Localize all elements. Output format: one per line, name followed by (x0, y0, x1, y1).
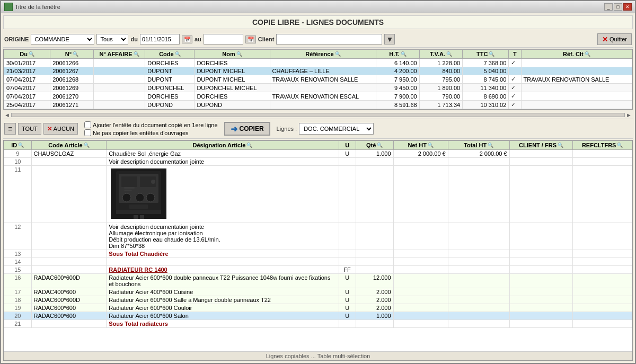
cell-totalht (448, 288, 509, 296)
cell-client (509, 158, 573, 166)
scroll-left-icon[interactable]: ◄ (4, 112, 10, 118)
cell-code: DUPONCHEL (145, 84, 195, 92)
refcltfrs-search-icon[interactable]: 🔍 (617, 143, 623, 148)
list-item[interactable]: 17 RADAC400*600 Radiateur Acier 400*600 … (4, 288, 632, 296)
product-image-cell (109, 166, 336, 222)
cell-ref: TRAVAUX RENOVATION ESCAL (270, 92, 376, 101)
cell-num: 20061271 (50, 101, 93, 109)
cell-tva: 1 890.00 (419, 84, 462, 92)
cell-client (509, 312, 573, 320)
doc-type-select[interactable]: DOC. COMMERCIAL DEVIS FACTURE BON DE COM… (299, 123, 374, 135)
cell-qte (356, 223, 393, 250)
desig-search-icon[interactable]: 🔍 (246, 143, 252, 148)
cell-refcltfrs (573, 223, 632, 250)
tout-button[interactable]: TOUT (18, 123, 41, 135)
cell-du: 21/03/2017 (4, 67, 50, 75)
th-affaire: N° AFFAIRE 🔍 (93, 50, 145, 59)
entete-checkbox[interactable] (84, 121, 91, 128)
cell-code: DUPOND (145, 101, 195, 109)
origine-select[interactable]: COMMANDE (31, 34, 94, 45)
lignes-label: Lignes : (277, 126, 297, 132)
cell-code-art (31, 158, 107, 166)
copier-button[interactable]: ➜ COPIER (224, 122, 270, 136)
tva-search-icon[interactable]: 🔍 (446, 51, 452, 57)
list-item[interactable]: 19 RADAC600*600 Radiateur Acier 600*600 … (4, 304, 632, 312)
cell-affaire (93, 92, 145, 101)
list-item[interactable]: 11 (4, 166, 632, 223)
entetes-ouvrages-checkbox[interactable] (84, 129, 91, 136)
client-search-button[interactable]: ▼ (384, 34, 395, 45)
list-item[interactable]: 21 Sous Total radiateurs (4, 320, 632, 328)
title-bar: Titre de la fenêtre _ □ ✕ (1, 1, 635, 13)
affaire-search-icon[interactable]: 🔍 (134, 51, 139, 57)
cell-code-art (31, 250, 107, 258)
table-row[interactable]: 21/03/2017 20061267 DUPONT DUPONT MICHEL… (4, 67, 632, 75)
cell-refcltfrs (573, 150, 632, 158)
quitter-x-icon: ✕ (602, 35, 608, 43)
cell-affaire (93, 101, 145, 109)
cell-tva: 1 713.34 (419, 101, 462, 109)
list-item[interactable]: 20 RADAC600*600 Radiateur Acier 600*600 … (4, 312, 632, 320)
list-item[interactable]: 16 RADAC600*600D Radiateur Acier 600*600… (4, 274, 632, 288)
list-item[interactable]: 15 RADIATEUR RC 1400 FF (4, 266, 632, 274)
cell-totalht (448, 166, 509, 223)
scroll-right-icon[interactable]: ► (626, 112, 632, 118)
radiateur-title-label: RADIATEUR RC 1400 (109, 267, 167, 273)
totalht-search-icon[interactable]: 🔍 (488, 143, 493, 148)
list-item[interactable]: 10 Voir description documentation jointe (4, 158, 632, 166)
desig-text: Radiateur Acier 600*600 Salle à Manger d… (109, 297, 271, 303)
aucun-button[interactable]: ✕ AUCUN (43, 123, 78, 135)
list-item[interactable]: 13 Sous Total Chaudière (4, 250, 632, 258)
du-search-icon[interactable]: 🔍 (29, 51, 34, 57)
menu-button[interactable]: ≡ (4, 123, 16, 135)
cell-qte: 1.000 (356, 312, 393, 320)
calendar-icon[interactable]: 📅 (182, 35, 192, 43)
date-from-input[interactable] (140, 34, 180, 45)
cell-refcltfrs (573, 296, 632, 304)
num-search-icon[interactable]: 🔍 (73, 51, 78, 57)
cell-refcltfrs (573, 288, 632, 296)
cell-refclt (521, 59, 632, 67)
cell-id: 12 (4, 223, 32, 250)
cell-refcltfrs (573, 166, 632, 223)
table-row[interactable]: 07/04/2017 20061269 DUPONCHEL DUPONCHEL … (4, 84, 632, 92)
code-search-icon[interactable]: 🔍 (175, 51, 181, 57)
cell-num: 20061269 (50, 84, 93, 92)
list-item[interactable]: 18 RADAC600*600D Radiateur Acier 600*600… (4, 296, 632, 304)
refclt-search-icon[interactable]: 🔍 (585, 51, 590, 57)
th-refcltfrs: REFCLTFRS 🔍 (573, 141, 632, 150)
minimize-button[interactable]: _ (604, 3, 613, 11)
table-row[interactable]: 07/04/2017 20061268 DUPONT DUPONT MICHEL… (4, 75, 632, 84)
close-button[interactable]: ✕ (623, 3, 632, 11)
date-to-input[interactable] (204, 34, 243, 45)
quitter-button[interactable]: ✕ Quitter (597, 33, 632, 45)
cell-ref (270, 84, 376, 92)
cell-nom: DUPONT MICHEL (195, 67, 270, 75)
code-art-search-icon[interactable]: 🔍 (84, 143, 90, 148)
nom-search-icon[interactable]: 🔍 (236, 51, 242, 57)
maximize-button[interactable]: □ (614, 3, 622, 11)
ttc-search-icon[interactable]: 🔍 (489, 51, 494, 57)
id-search-icon[interactable]: 🔍 (18, 143, 24, 148)
cell-client (509, 223, 573, 250)
qte-search-icon[interactable]: 🔍 (377, 143, 383, 148)
ht-search-icon[interactable]: 🔍 (401, 51, 407, 57)
cell-refcltfrs (573, 312, 632, 320)
th-ref: Référence 🔍 (270, 50, 376, 59)
list-item[interactable]: 14 (4, 258, 632, 266)
tous-select[interactable]: Tous (96, 34, 128, 45)
table-row[interactable]: 07/04/2017 20061270 DORCHIES DORCHIES TR… (4, 92, 632, 101)
calendar2-icon[interactable]: 📅 (245, 35, 256, 43)
client-input[interactable] (276, 34, 382, 45)
list-item[interactable]: 9 CHAUSOLGAZ Chaudière Sol ,énergie Gaz … (4, 150, 632, 158)
th-totalht: Total HT 🔍 (448, 141, 509, 150)
cell-du: 07/04/2017 (4, 75, 50, 84)
ref-search-icon[interactable]: 🔍 (335, 51, 341, 57)
table-row[interactable]: 30/01/2017 20061266 DORCHIES DORCHIES 6 … (4, 59, 632, 67)
clientfrs-search-icon[interactable]: 🔍 (558, 143, 563, 148)
cell-netht (393, 312, 448, 320)
list-item[interactable]: 12 Voir description documentation jointe… (4, 223, 632, 250)
cell-totalht (448, 250, 509, 258)
table-row[interactable]: 25/04/2017 20061271 DUPOND DUPOND 8 591.… (4, 101, 632, 109)
netht-search-icon[interactable]: 🔍 (428, 143, 434, 148)
